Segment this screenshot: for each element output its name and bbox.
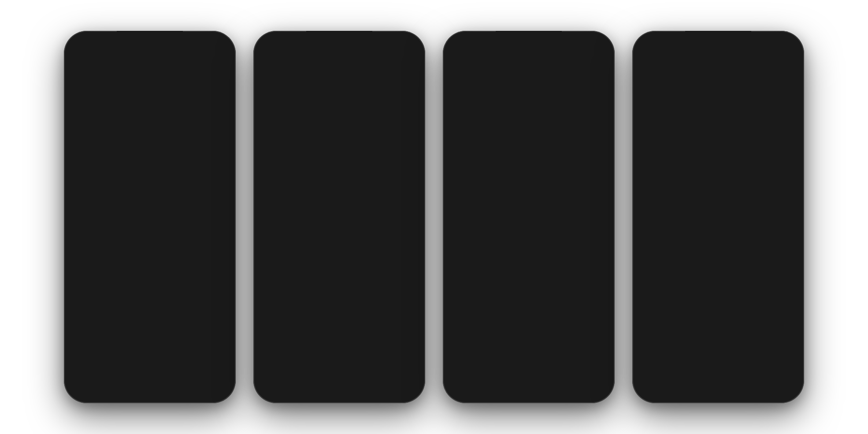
undo-button[interactable]: ↩ Undo: [304, 347, 328, 379]
popup-add-to-cart-button[interactable]: Add to cart: [747, 142, 786, 154]
svg-point-39: [175, 85, 178, 91]
popup-close-button[interactable]: ✕: [779, 103, 787, 112]
cart-badge-2: 1: [408, 58, 414, 64]
svg-rect-364: [762, 79, 779, 90]
svg-rect-161: [348, 114, 365, 125]
svg-rect-384: [638, 114, 656, 125]
svg-rect-131: [295, 79, 312, 90]
svg-rect-169: [330, 125, 348, 136]
add-to-cart-button[interactable]: Add to Cart: [126, 367, 223, 386]
svg-point-72: [175, 112, 178, 117]
ar-screen-3: 9:41 ▲ ✕: [449, 37, 608, 397]
wifi-icon-4: ▲: [772, 48, 777, 54]
svg-rect-140: [295, 91, 312, 102]
popup-add-to-cart-label: Add to cart: [753, 145, 780, 151]
photos-tab[interactable]: ⊞ Photos: [104, 173, 120, 193]
svg-rect-166: [277, 125, 295, 136]
ar-tab-delete-icon: 🗑: [774, 366, 782, 375]
ar-cart-area-3: 🛒 1: [589, 60, 601, 72]
ar-tab-delete[interactable]: 🗑 Delete: [758, 366, 798, 382]
svg-rect-365: [779, 79, 797, 90]
ar-tab-measurements[interactable]: 📏 Measurements: [718, 366, 758, 382]
svg-rect-359: [674, 79, 691, 90]
svg-rect-175: [317, 78, 361, 83]
svg-rect-400: [663, 222, 671, 223]
svg-rect-181: [389, 231, 398, 232]
ar-controls-2: ↩ Undo + Add Point: [260, 347, 419, 379]
share-icon[interactable]: ⬆: [198, 61, 204, 71]
svg-rect-394: [696, 78, 740, 83]
svg-point-107: [166, 148, 171, 151]
ar-close-button-2[interactable]: ✕: [267, 60, 281, 74]
svg-rect-326: [497, 294, 512, 301]
ar-cart-button-4[interactable]: 🛒 1: [779, 60, 791, 72]
svg-rect-442: [698, 301, 718, 312]
back-button[interactable]: ‹ Back: [77, 62, 97, 70]
svg-point-94: [148, 138, 152, 144]
svg-rect-242: [537, 102, 555, 113]
cart-button[interactable]: 🛒 1: [211, 61, 223, 71]
waste-sq-ft: 46.20 sq ft.: [749, 133, 776, 139]
svg-rect-152: [348, 102, 365, 113]
add-point-button[interactable]: + Add Point: [350, 347, 374, 379]
svg-rect-452: [734, 294, 749, 301]
product-footer: ♥ Save Add to Cart: [70, 361, 230, 397]
svg-rect-141: [312, 91, 330, 102]
svg-rect-318: [489, 301, 508, 312]
svg-point-19: [113, 95, 118, 98]
phone-1: 9:41 ▲ ‹ Back: [64, 31, 236, 403]
svg-rect-160: [330, 114, 348, 125]
chevron-left-icon: ‹: [77, 62, 79, 70]
svg-rect-355: [762, 68, 779, 79]
svg-rect-312: [497, 312, 522, 328]
svg-point-95: [148, 155, 152, 160]
waste-checkbox[interactable]: ✓: [701, 133, 707, 139]
svg-rect-147: [260, 102, 277, 113]
ar-close-button-4[interactable]: ✕: [645, 60, 660, 74]
product-body: ⊞ Photos AR View inMy Room 8"x8" Kenzzi …: [70, 76, 230, 238]
svg-point-52: [113, 121, 118, 125]
svg-point-96: [139, 148, 145, 151]
svg-rect-262: [473, 222, 482, 223]
svg-rect-122: [295, 68, 312, 79]
svg-rect-251: [537, 114, 555, 125]
ar-close-button-3[interactable]: ✕: [456, 60, 470, 74]
ar-tab-info[interactable]: ℹ Info: [679, 366, 719, 382]
ar-cart-button-3[interactable]: 🛒 1: [589, 60, 601, 72]
svg-rect-139: [277, 91, 295, 102]
time-1: 9:41: [81, 47, 93, 54]
svg-rect-341: [674, 56, 691, 67]
svg-rect-439: [638, 301, 658, 312]
ar-tab[interactable]: AR View inMy Room: [173, 173, 196, 193]
svg-rect-331: [576, 294, 608, 301]
svg-point-63: [139, 121, 145, 125]
ar-tab-cart-label: Add to Cart: [647, 378, 670, 382]
svg-point-20: [130, 95, 135, 98]
svg-rect-237: [449, 102, 467, 113]
save-button[interactable]: ♥ Save: [77, 367, 121, 386]
svg-rect-438: [760, 312, 798, 328]
svg-rect-313: [522, 312, 546, 328]
ar-tab-add-to-cart[interactable]: 🛒 Add to Cart: [638, 366, 679, 382]
svg-rect-244: [572, 102, 590, 113]
product-name: 8"x8" Kenzzi Paloma Matte, Set of 50: [77, 199, 223, 206]
svg-rect-233: [537, 91, 555, 102]
svg-rect-118: [383, 56, 401, 67]
svg-rect-265: [583, 222, 592, 223]
svg-rect-246: [449, 114, 467, 125]
ar-cart-button-2[interactable]: 🛒 1: [400, 60, 412, 72]
svg-point-289: [590, 371, 594, 375]
svg-rect-434: [663, 312, 687, 328]
svg-rect-317: [469, 301, 489, 312]
svg-rect-322: [568, 301, 608, 312]
ar-tab-measurements-icon: 📏: [733, 366, 743, 376]
svg-rect-386: [674, 114, 691, 125]
svg-rect-363: [744, 79, 762, 90]
svg-rect-174: [312, 56, 365, 78]
svg-rect-151: [330, 102, 348, 113]
signal-icon-4: [762, 48, 770, 53]
svg-rect-227: [590, 79, 608, 90]
svg-rect-433: [638, 312, 663, 328]
svg-rect-328: [528, 294, 544, 301]
svg-rect-377: [674, 102, 691, 113]
